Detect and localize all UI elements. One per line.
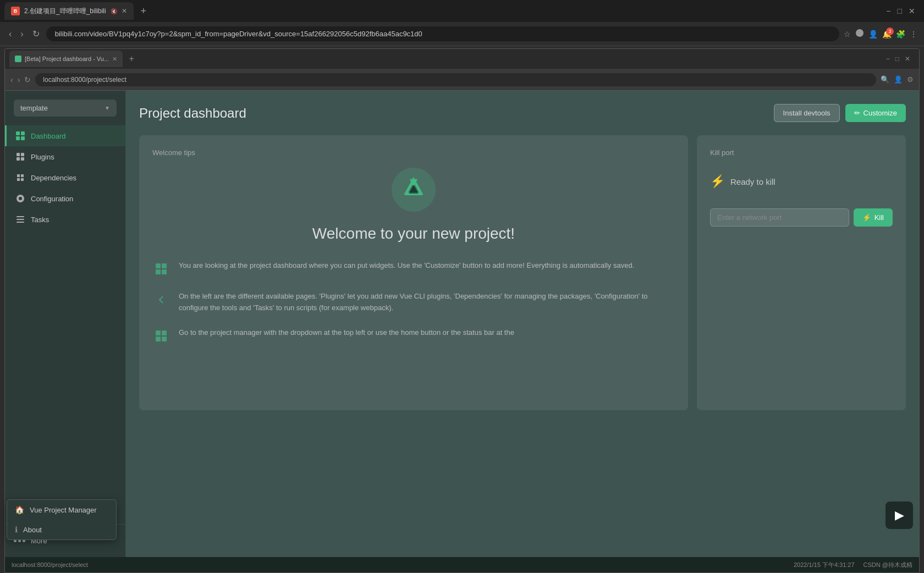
sidebar-item-dependencies[interactable]: Dependencies [5,167,125,188]
back-button[interactable]: ‹ [7,27,14,41]
tip-text-1: On the left are the different available … [179,291,675,314]
svg-rect-21 [156,330,161,335]
kill-port-card: Kill port ⚡ Ready to kill ⚡ Kill [697,135,906,410]
bolt-icon: ⚡ [710,174,725,189]
svg-rect-8 [16,216,24,217]
configuration-icon [15,194,25,203]
new-inner-tab-button[interactable]: + [125,52,138,65]
welcome-tips: You are looking at the project dashboard… [152,260,675,345]
welcome-heading: Welcome to your new project! [152,225,675,243]
sidebar-item-tasks[interactable]: Tasks [5,209,125,230]
inner-close-icon[interactable]: ✕ [905,55,910,63]
plugins-icon [15,152,25,162]
close-icon[interactable]: ✕ [909,7,915,15]
dashboard-grid: Welcome tips [139,135,906,410]
sidebar-dependencies-label: Dependencies [31,174,76,182]
inner-forward-button[interactable]: › [18,75,20,84]
inner-address-bar[interactable] [35,73,876,86]
install-devtools-button[interactable]: Install devtools [774,104,840,122]
inner-refresh-button[interactable]: ↻ [24,75,31,84]
svg-rect-10 [16,222,24,223]
sidebar-header: template ▼ [5,91,125,121]
customize-button[interactable]: ✏ Customize [845,104,906,122]
status-datetime: 2022/1/15 下午4:31:27 [794,561,855,569]
svg-rect-17 [156,263,161,268]
minimize-icon[interactable]: − [886,7,890,15]
kill-button[interactable]: ⚡ Kill [854,208,893,227]
inner-settings-icon[interactable]: ⚙ [907,75,914,84]
inner-tab-bar: [Beta] Project dashboard - Vu... ✕ + − □… [5,49,919,69]
svg-rect-0 [16,131,20,135]
kill-bolt-icon: ⚡ [862,213,871,222]
port-input[interactable] [710,208,849,227]
new-outer-tab-button[interactable]: + [136,3,151,19]
outer-tab-close-icon[interactable]: ✕ [122,7,127,15]
info-icon: ℹ [15,525,18,534]
svg-rect-7 [21,157,24,161]
template-dropdown[interactable]: template ▼ [14,100,117,117]
context-vue-project-manager[interactable]: 🏠 Vue Project Manager [7,500,116,520]
vue-logo [392,168,436,212]
play-icon: ▶ [895,508,904,522]
app-content: template ▼ [5,91,919,557]
sidebar-item-configuration[interactable]: Configuration [5,188,125,209]
vue-project-manager-label: Vue Project Manager [30,506,97,514]
svg-rect-24 [162,337,167,341]
outer-tab-label: 2.创建项目_哔哩哔哩_bilibili [24,7,106,16]
notification-badge: 3 [886,27,894,35]
inner-back-button[interactable]: ‹ [10,75,13,84]
outer-tab-bar: B 2.创建项目_哔哩哔哩_bilibili 🔇 ✕ + − □ ✕ [0,0,924,22]
status-right: 2022/1/15 下午4:31:27 CSDN @待木成精 [794,561,912,569]
inner-tab-close-icon[interactable]: ✕ [112,56,117,63]
dashboard-tip-icon [152,260,170,278]
inner-address-bar: ‹ › ↻ 🔍 👤 ⚙ [5,69,919,91]
inner-tab-active[interactable]: [Beta] Project dashboard - Vu... ✕ [9,51,123,67]
notification-icon[interactable]: 🔔 3 [882,30,892,38]
tasks-icon [15,214,25,224]
inner-minimize-icon[interactable]: − [886,55,890,63]
inner-search-icon[interactable]: 🔍 [881,75,889,84]
grid-tip-icon [152,327,170,345]
page-title: Project dashboard [139,106,246,121]
tip-item-2: Go to the project manager with the dropd… [152,327,675,345]
star-icon[interactable]: ☆ [844,30,851,38]
pencil-icon: ✏ [854,109,860,117]
sidebar-dashboard-label: Dashboard [31,132,66,140]
refresh-button[interactable]: ↻ [30,26,42,41]
context-about[interactable]: ℹ About [7,520,116,539]
svg-rect-4 [16,153,20,156]
kill-card-title: Kill port [710,148,893,157]
inner-browser: [Beta] Project dashboard - Vu... ✕ + − □… [4,48,920,573]
sidebar-item-plugins[interactable]: Plugins [5,146,125,167]
floating-video-button[interactable]: ▶ [886,502,913,529]
mute-icon[interactable]: 🔇 [111,8,117,14]
forward-button[interactable]: › [18,27,25,41]
outer-tab-active[interactable]: B 2.创建项目_哔哩哔哩_bilibili 🔇 ✕ [4,2,134,20]
edge-icon[interactable] [855,29,864,39]
home-icon: 🏠 [15,505,24,514]
extensions-icon[interactable]: 🧩 [896,30,905,38]
svg-rect-19 [156,269,161,274]
inner-profile-icon[interactable]: 👤 [894,75,903,84]
profile-icon[interactable]: 👤 [868,30,878,38]
inner-tab-label: [Beta] Project dashboard - Vu... [25,56,109,62]
restore-icon[interactable]: □ [898,7,902,15]
outer-address-bar: ‹ › ↻ ☆ 👤 🔔 3 🧩 ⋮ [0,22,924,46]
svg-rect-20 [162,269,167,274]
address-bar[interactable] [46,26,839,41]
status-url: localhost:8000/project/select [12,561,88,568]
inner-toolbar-icons: 🔍 👤 ⚙ [881,75,914,84]
ready-to-kill: ⚡ Ready to kill [710,168,893,195]
sidebar-plugins-label: Plugins [31,153,54,161]
tip-item-1: On the left are the different available … [152,291,675,314]
svg-rect-2 [16,136,20,140]
sidebar-item-dashboard[interactable]: Dashboard [5,125,125,146]
ready-label: Ready to kill [730,177,776,186]
svg-rect-3 [21,136,25,140]
menu-icon[interactable]: ⋮ [910,30,917,38]
svg-rect-23 [156,337,161,341]
inner-window-controls: − □ ✕ [886,55,915,63]
svg-rect-22 [162,330,167,335]
sidebar-tasks-label: Tasks [31,216,49,224]
inner-restore-icon[interactable]: □ [895,55,899,63]
